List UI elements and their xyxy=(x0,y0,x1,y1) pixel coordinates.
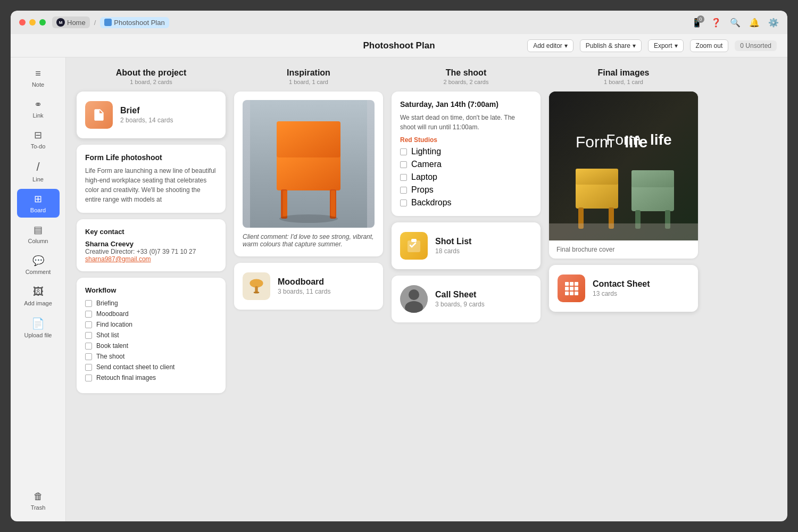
home-breadcrumb[interactable]: M Home xyxy=(52,16,90,28)
checkbox-laptop[interactable] xyxy=(400,174,407,181)
maximize-button[interactable] xyxy=(39,19,46,26)
call-sheet-card[interactable]: Call Sheet 3 boards, 9 cards xyxy=(392,276,541,322)
workflow-item-find-location[interactable]: Find location xyxy=(85,321,217,328)
column-shoot: The shoot 2 boards, 2 cards Saturday, Ja… xyxy=(392,68,541,329)
key-contact-title: Key contact xyxy=(85,228,217,236)
home-label[interactable]: Home xyxy=(67,19,86,27)
workflow-item-briefing[interactable]: Briefing xyxy=(85,300,217,307)
shoot-location: Red Studios xyxy=(400,136,532,144)
call-sheet-meta: 3 boards, 9 cards xyxy=(435,301,485,308)
brief-title: Brief xyxy=(120,106,173,115)
svg-rect-8 xyxy=(331,190,335,217)
checkbox-camera[interactable] xyxy=(400,161,407,168)
shot-list-card[interactable]: Shot List 18 cards xyxy=(392,222,541,269)
sidebar-label-line: Line xyxy=(32,176,44,182)
svg-rect-35 xyxy=(565,287,569,290)
workflow-item-shoot[interactable]: The shoot xyxy=(85,353,217,360)
moodboard-card[interactable]: Moodboard 3 boards, 11 cards xyxy=(234,263,383,310)
mobile-icon-badge[interactable]: 📱 0 xyxy=(692,18,702,28)
sidebar-item-upload-file[interactable]: 📄 Upload file xyxy=(17,313,60,343)
moodboard-card-text: Moodboard 3 boards, 11 cards xyxy=(278,277,330,295)
shot-list-meta: 18 cards xyxy=(435,247,471,255)
upload-file-icon: 📄 xyxy=(31,317,45,330)
checkbox-shot-list[interactable] xyxy=(85,332,92,339)
sidebar-item-add-image[interactable]: 🖼 Add image xyxy=(17,281,60,311)
checkbox-retouch[interactable] xyxy=(85,375,92,381)
sidebar-item-trash[interactable]: 🗑 Trash xyxy=(17,487,60,515)
brief-card[interactable]: Brief 2 boards, 14 cards xyxy=(77,92,226,138)
moodboard-icon-box xyxy=(243,272,270,300)
workflow-label-moodboard: Moodboard xyxy=(96,310,129,318)
sidebar-item-column[interactable]: ▤ Column xyxy=(17,220,60,248)
checkbox-contact-sheet[interactable] xyxy=(85,364,92,371)
checkbox-book-talent[interactable] xyxy=(85,343,92,350)
help-icon[interactable]: ❓ xyxy=(711,18,721,28)
sidebar-item-board[interactable]: ⊞ Board xyxy=(17,189,60,218)
checkbox-lighting[interactable] xyxy=(400,148,407,155)
export-button[interactable]: Export ▾ xyxy=(648,39,684,52)
column-shoot-header: The shoot 2 boards, 2 cards xyxy=(392,68,541,85)
brief-doc-icon xyxy=(92,108,106,122)
sidebar-item-link[interactable]: ⚭ Link xyxy=(17,94,60,123)
key-contact-card[interactable]: Key contact Sharna Creevy Creative Direc… xyxy=(77,219,226,271)
checkbox-briefing[interactable] xyxy=(85,300,92,307)
shot-list-icon-box xyxy=(400,232,428,260)
workflow-item-retouch[interactable]: Retouch final images xyxy=(85,374,217,381)
checkbox-shoot[interactable] xyxy=(85,353,92,360)
svg-rect-7 xyxy=(283,190,287,217)
brief-icon-box xyxy=(85,101,113,129)
contact-sheet-card[interactable]: Contact Sheet 13 cards xyxy=(549,265,698,312)
svg-point-9 xyxy=(279,214,338,223)
publish-share-button[interactable]: Publish & share ▾ xyxy=(580,39,642,52)
add-editor-button[interactable]: Add editor ▾ xyxy=(527,39,573,52)
workflow-item-contact-sheet[interactable]: Send contact sheet to client xyxy=(85,363,217,371)
svg-rect-28 xyxy=(631,170,674,187)
workflow-label-book-talent: Book talent xyxy=(96,342,128,350)
svg-text:life: life xyxy=(625,133,647,151)
shoot-details-card[interactable]: Saturday, Jan 14th (7:00am) We start dea… xyxy=(392,92,541,216)
close-button[interactable] xyxy=(19,19,26,26)
checkbox-moodboard[interactable] xyxy=(85,311,92,318)
bell-icon[interactable]: 🔔 xyxy=(749,18,760,28)
workflow-item-moodboard[interactable]: Moodboard xyxy=(85,310,217,318)
svg-rect-31 xyxy=(549,223,698,240)
brief-card-text: Brief 2 boards, 14 cards xyxy=(120,106,173,124)
contact-role: Creative Director: +33 (0)7 39 71 10 27 xyxy=(85,248,217,255)
sidebar-item-todo[interactable]: ⊟ To-do xyxy=(17,125,60,154)
column-inspiration-header: Inspiration 1 board, 1 card xyxy=(234,68,383,85)
moodboard-stool-icon xyxy=(247,277,266,296)
settings-icon[interactable]: ⚙️ xyxy=(768,18,779,28)
todo-icon: ⊟ xyxy=(34,129,42,141)
checklist-backdrops: Backdrops xyxy=(400,198,532,207)
breadcrumb-separator: / xyxy=(94,19,96,27)
contact-email[interactable]: sharna987@gmail.com xyxy=(85,255,217,263)
sidebar-item-comment[interactable]: 💬 Comment xyxy=(17,251,60,279)
workflow-item-shot-list[interactable]: Shot list xyxy=(85,331,217,339)
column-about: About the project 1 board, 2 cards xyxy=(77,68,226,400)
svg-point-12 xyxy=(254,292,260,294)
shot-list-clipboard-icon xyxy=(406,238,422,254)
minimize-button[interactable] xyxy=(29,19,36,26)
svg-rect-13 xyxy=(408,240,420,252)
checklist-label-backdrops: Backdrops xyxy=(411,198,452,207)
column-about-title: About the project xyxy=(77,68,226,78)
checkbox-find-location[interactable] xyxy=(85,321,92,328)
current-page-breadcrumb[interactable]: Photoshoot Plan xyxy=(100,17,169,28)
checkbox-props[interactable] xyxy=(400,187,407,194)
workflow-item-book-talent[interactable]: Book talent xyxy=(85,342,217,350)
main-area: ≡ Note ⚭ Link ⊟ To-do / Line ⊞ Board ▤ C… xyxy=(11,57,787,521)
zoom-out-button[interactable]: Zoom out xyxy=(690,39,729,52)
search-icon[interactable]: 🔍 xyxy=(730,18,741,28)
checklist-label-laptop: Laptop xyxy=(411,172,437,182)
sidebar-item-line[interactable]: / Line xyxy=(17,156,60,187)
sidebar-item-note[interactable]: ≡ Note xyxy=(17,64,60,92)
final-image-card[interactable]: Form life Form life xyxy=(549,92,698,259)
column-inspiration: Inspiration 1 board, 1 card xyxy=(234,68,383,310)
checkbox-backdrops[interactable] xyxy=(400,200,407,206)
call-sheet-title: Call Sheet xyxy=(435,290,485,300)
workflow-label-shot-list: Shot list xyxy=(96,331,119,339)
form-life-card[interactable]: Form Life photoshoot Life Form are launc… xyxy=(77,145,226,213)
svg-rect-40 xyxy=(575,292,578,295)
inspiration-image-card[interactable]: Client comment: I'd love to see strong, … xyxy=(234,92,383,256)
trash-icon: 🗑 xyxy=(34,491,43,502)
